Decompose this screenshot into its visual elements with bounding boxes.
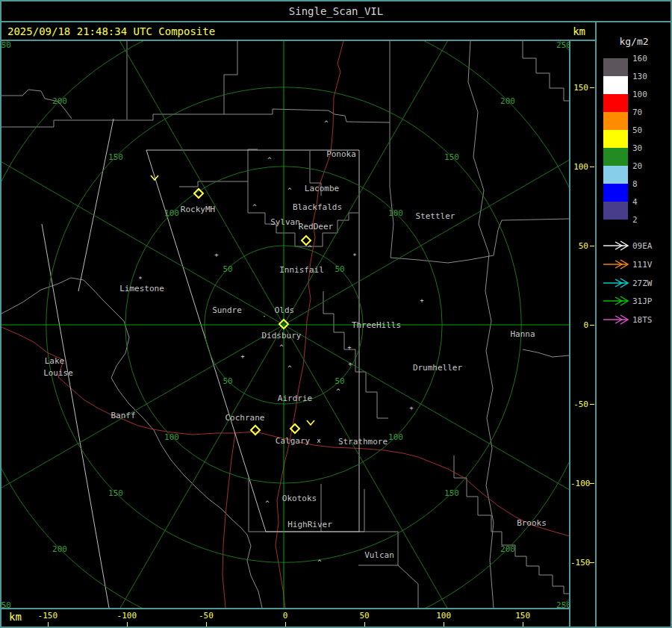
x-axis-tick — [523, 622, 523, 627]
colorbar-swatch — [603, 76, 628, 94]
azimuth-spoke — [1, 325, 284, 608]
legend-panel: kg/m2 1601301007050302084209EA111V27ZW31… — [597, 22, 671, 627]
y-axis-tick-label: 150 — [570, 82, 588, 92]
y-axis-tick-label: 100 — [570, 161, 588, 171]
range-ring-label: 250 — [1, 600, 11, 608]
range-ring-label: 250 — [556, 41, 569, 50]
azimuth-spoke — [1, 41, 284, 325]
city-label: Okotoks — [282, 494, 317, 503]
colorbar-value-label: 50 — [632, 125, 642, 135]
storm-track-arrow-icon — [603, 240, 631, 251]
county-boundary — [323, 291, 388, 418]
y-axis-tick — [590, 562, 594, 563]
town-marker: + — [348, 360, 352, 367]
colorbar-value-label: 20 — [632, 161, 642, 171]
colorbar-swatch — [603, 130, 628, 148]
map-canvas[interactable]: 5050505010010010010015015015015020020020… — [1, 41, 569, 608]
titlebar-divider — [0, 21, 672, 22]
colorbar-swatch — [603, 184, 628, 202]
x-axis-tick — [206, 622, 207, 627]
storm-track-arrow-icon — [603, 296, 631, 306]
city-label: Hanna — [510, 329, 535, 339]
status-bar: 2025/09/18 21:48:34 UTC Composite km — [1, 23, 594, 40]
county-boundary — [523, 41, 569, 101]
x-axis-tick-label: 150 — [515, 611, 530, 621]
city-label: Innisfail — [279, 265, 324, 275]
y-axis-tick — [590, 87, 594, 88]
y-axis-unit-label: km — [573, 23, 585, 40]
range-ring-label: 100 — [164, 432, 179, 442]
range-ring-label: 100 — [388, 208, 403, 218]
storm-track-arrow-icon — [603, 278, 631, 288]
colorbar-value-label: 160 — [632, 54, 647, 63]
x-axis: km -150-100-50050100150 — [0, 609, 569, 627]
storm-track-arrow-icon — [603, 314, 631, 325]
storm-track-id-label: 09EA — [632, 241, 653, 251]
radar-app: Single_Scan_VIL 2025/09/18 21:48:34 UTC … — [0, 0, 672, 628]
x-axis-tick-label: -150 — [38, 611, 58, 621]
city-label: RedDeer — [299, 222, 334, 231]
city-label: HighRiver — [287, 520, 332, 529]
city-label: ThreeHills — [352, 320, 401, 330]
y-axis: 150100500-50-100-150 — [570, 41, 595, 608]
colorbar-swatch — [603, 166, 628, 184]
city-label: Banff — [111, 411, 135, 420]
range-ring-label: 100 — [388, 432, 403, 442]
x-axis-unit-label: km — [9, 611, 22, 623]
storm-track-id-label: 111V — [632, 259, 653, 269]
town-marker: ^ — [287, 187, 292, 194]
range-ring-label: 150 — [444, 488, 459, 498]
x-axis-tick — [444, 622, 444, 627]
town-marker: ^ — [252, 203, 257, 211]
colorbar-swatch — [603, 148, 628, 166]
town-marker: * — [352, 252, 356, 260]
storm-track-id-label: 18TS — [632, 315, 653, 325]
storm-track-arrow-icon — [603, 259, 631, 270]
town-marker: ^ — [265, 500, 270, 507]
range-ring-label: 250 — [1, 41, 11, 50]
county-boundary — [523, 349, 569, 357]
range-ring-label: 200 — [500, 96, 515, 106]
town-marker: · — [262, 313, 266, 320]
colorbar-value-label: 100 — [632, 90, 647, 99]
town-marker: ^ — [324, 119, 329, 127]
highway-line — [1, 327, 293, 441]
city-label: Airdrie — [278, 394, 312, 403]
city-label: Stettler — [416, 211, 455, 221]
azimuth-spoke — [1, 325, 284, 608]
y-axis-tick-label: 50 — [570, 240, 588, 250]
county-boundary — [224, 109, 390, 122]
city-label: Ponoka — [326, 149, 356, 159]
y-axis-tick-label: -150 — [570, 558, 588, 568]
range-ring-label: 50 — [223, 264, 232, 274]
colorbar-swatch — [603, 202, 628, 220]
colorbar-swatch — [603, 58, 628, 76]
azimuth-spoke — [284, 41, 569, 325]
storm-cell-arrow — [307, 420, 314, 425]
storm-track-id-label: 27ZW — [632, 278, 653, 287]
radar-map-svg: 5050505010010010010015015015015020020020… — [1, 41, 569, 608]
town-marker: + — [347, 343, 352, 351]
x-axis-tick-label: 100 — [436, 611, 451, 621]
x-axis-tick — [127, 622, 128, 627]
azimuth-spoke — [1, 41, 284, 325]
range-ring-label: 50 — [335, 376, 344, 386]
city-label: Vulcan — [364, 550, 394, 560]
range-ring-label: 50 — [223, 376, 232, 386]
city-label: Brooks — [517, 518, 547, 528]
city-label: Cochrane — [225, 413, 265, 423]
x-axis-tick-label: -100 — [117, 611, 137, 621]
county-boundary — [454, 456, 569, 594]
range-ring-label: 150 — [444, 152, 459, 162]
city-label: Blackfalds — [293, 202, 342, 212]
city-label: Louise — [43, 368, 73, 378]
colorbar-value-label: 70 — [632, 108, 642, 117]
colorbar-value-label: 30 — [632, 143, 642, 153]
town-marker: + — [420, 296, 424, 304]
x-axis-tick-label: -50 — [199, 611, 214, 621]
city-label: Limestone — [119, 284, 164, 293]
city-label: RockyMH — [181, 205, 215, 214]
city-label: Calgary — [276, 436, 311, 446]
town-marker: + — [240, 352, 245, 360]
storm-track-id-label: 31JP — [632, 296, 653, 306]
